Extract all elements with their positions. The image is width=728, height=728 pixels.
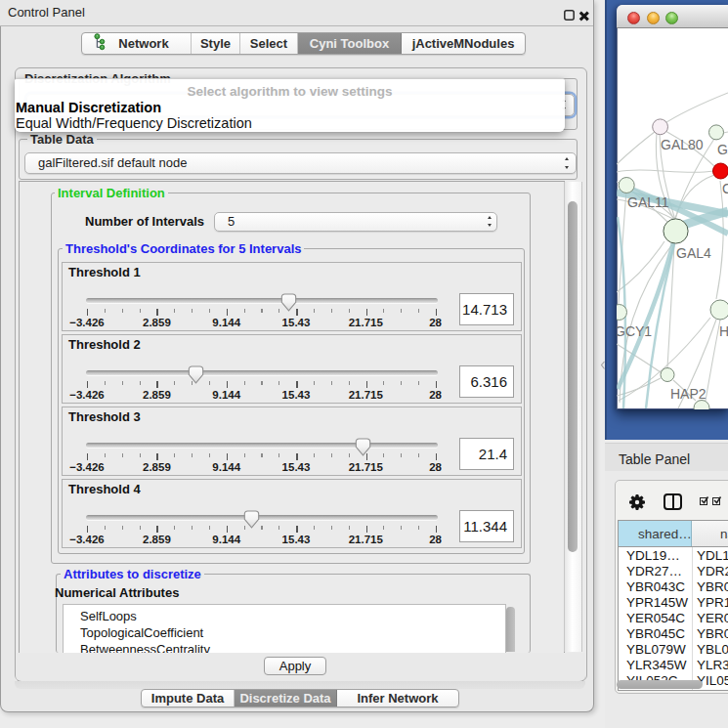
svg-text:HAP2: HAP2	[670, 386, 707, 402]
svg-text:GAL4: GAL4	[676, 245, 711, 261]
svg-text:GA: GA	[717, 142, 728, 157]
svg-text:GCY1: GCY1	[617, 323, 652, 339]
svg-text:GAL11: GAL11	[627, 194, 669, 210]
svg-text:C: C	[722, 181, 728, 196]
svg-text:H: H	[719, 323, 728, 339]
svg-text:GAL80: GAL80	[661, 137, 704, 152]
